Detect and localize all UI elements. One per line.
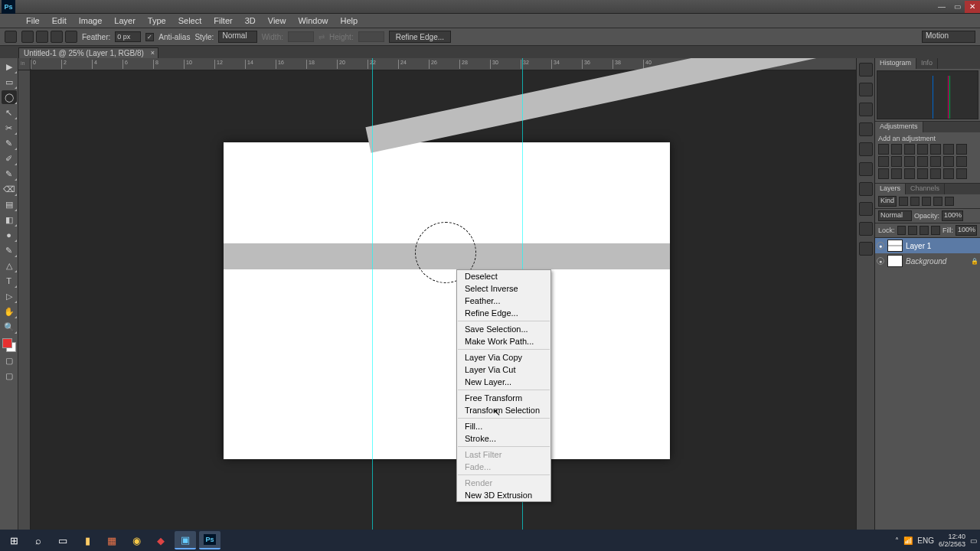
adjustment-icon[interactable] [917, 156, 928, 167]
layer-name[interactable]: Layer 1 [906, 242, 931, 250]
filter-pixel-icon[interactable] [899, 197, 908, 206]
tab-histogram[interactable]: Histogram [875, 58, 916, 69]
dock-icon[interactable] [859, 63, 873, 77]
menu-filter[interactable]: Filter [207, 15, 238, 27]
adjustment-icon[interactable] [956, 156, 967, 167]
refine-edge-button[interactable]: Refine Edge... [389, 31, 451, 43]
lock-position-icon[interactable] [920, 226, 929, 235]
tab-layers[interactable]: Layers [875, 184, 906, 194]
photoshop-taskbar-icon[interactable]: Ps [199, 531, 220, 549]
new-selection-icon[interactable] [21, 31, 34, 43]
tab-info[interactable]: Info [916, 58, 938, 69]
taskbar-app-icon[interactable]: ▦ [101, 531, 122, 549]
brush-tool[interactable]: ✎ [2, 167, 17, 181]
clock[interactable]: 12:406/2/2563 [939, 533, 965, 548]
shape-tool[interactable]: △ [2, 259, 17, 272]
ctx-save-selection[interactable]: Save Selection... [457, 323, 550, 335]
menu-window[interactable]: Window [292, 15, 334, 27]
chrome-icon[interactable]: ◉ [126, 531, 147, 549]
menu-type[interactable]: Type [142, 15, 172, 27]
quick-select-tool[interactable]: ✂ [2, 121, 17, 135]
rect-marquee-tool[interactable]: ▭ [2, 75, 17, 89]
dock-icon[interactable] [859, 162, 873, 176]
ctx-feather[interactable]: Feather... [457, 295, 550, 307]
adjustment-icon[interactable] [930, 144, 941, 155]
adjustment-icon[interactable] [904, 156, 915, 167]
lock-transparent-icon[interactable] [897, 226, 906, 235]
close-tab-icon[interactable]: × [151, 49, 155, 57]
move-tool[interactable]: ▶ [2, 60, 17, 73]
guide-vertical[interactable] [372, 58, 373, 551]
tab-channels[interactable]: Channels [906, 184, 945, 194]
type-tool[interactable]: T [2, 274, 17, 288]
quick-mask-icon[interactable]: ▢ [2, 354, 17, 367]
adjustment-icon[interactable] [891, 168, 902, 179]
filter-smart-icon[interactable] [945, 197, 954, 206]
maximize-button[interactable]: ▭ [949, 1, 965, 13]
tab-adjustments[interactable]: Adjustments [875, 122, 923, 132]
adjustment-icon[interactable] [891, 144, 902, 155]
style-select[interactable]: Normal [218, 31, 256, 43]
filter-adjust-icon[interactable] [910, 197, 920, 206]
ctx-stroke[interactable]: Stroke... [457, 432, 550, 445]
document-canvas[interactable] [224, 142, 670, 459]
taskbar-app-icon[interactable]: ▣ [175, 531, 196, 549]
layer-thumb[interactable] [887, 255, 903, 267]
menu-file[interactable]: File [20, 15, 46, 27]
dock-icon[interactable] [859, 222, 873, 236]
dock-icon[interactable] [859, 103, 873, 116]
adjustment-icon[interactable] [917, 144, 928, 155]
layer-name[interactable]: Background [906, 257, 946, 266]
filter-type-icon[interactable] [922, 197, 931, 206]
ctx-new-layer[interactable]: New Layer... [457, 376, 550, 388]
adjustment-icon[interactable] [930, 168, 941, 179]
dock-icon[interactable] [859, 202, 873, 216]
hand-tool[interactable]: ✋ [2, 305, 17, 318]
minimize-button[interactable]: — [934, 1, 949, 13]
gradient-tool[interactable]: ▤ [2, 197, 17, 211]
task-view-icon[interactable]: ▭ [52, 531, 74, 549]
menu-view[interactable]: View [262, 15, 292, 27]
menu-image[interactable]: Image [73, 15, 109, 27]
notifications-icon[interactable]: ▭ [970, 536, 977, 545]
ctx-make-work-path[interactable]: Make Work Path... [457, 335, 550, 347]
adjustment-icon[interactable] [904, 168, 915, 179]
adjustment-icon[interactable] [930, 156, 941, 167]
eyedropper-tool[interactable]: ✐ [2, 152, 17, 165]
lasso-tool[interactable]: ↖ [2, 106, 17, 119]
lock-image-icon[interactable] [908, 226, 917, 235]
filter-shape-icon[interactable] [933, 197, 942, 206]
close-button[interactable]: ✕ [965, 1, 980, 13]
ctx-transform-selection[interactable]: Transform Selection [457, 404, 550, 416]
zoom-tool[interactable]: 🔍 [2, 320, 17, 334]
subtract-selection-icon[interactable] [51, 31, 63, 43]
opacity-input[interactable]: 100% [942, 210, 963, 221]
workspace-select[interactable]: Motion [922, 31, 975, 43]
adjustment-icon[interactable] [878, 144, 889, 155]
menu-3d[interactable]: 3D [239, 15, 262, 27]
adjustment-icon[interactable] [943, 156, 954, 167]
ruler-vertical[interactable] [18, 70, 31, 539]
ctx-fill[interactable]: Fill... [457, 420, 550, 432]
canvas-area[interactable]: in 0246810121416182022242628303234363840… [18, 58, 856, 551]
feather-input[interactable] [115, 31, 141, 42]
eraser-tool[interactable]: ⌫ [2, 182, 17, 196]
adjustment-icon[interactable] [878, 168, 889, 179]
menu-edit[interactable]: Edit [46, 15, 73, 27]
menu-select[interactable]: Select [172, 15, 208, 27]
blend-mode-select[interactable]: Normal [878, 210, 912, 221]
tray-chevron-icon[interactable]: ˄ [895, 536, 899, 545]
adjustment-icon[interactable] [943, 144, 954, 155]
dock-icon[interactable] [859, 242, 873, 256]
layer-row[interactable]: ● Layer 1 [875, 238, 980, 253]
layer-kind-select[interactable]: Kind [878, 196, 897, 207]
color-swatch[interactable] [2, 338, 16, 352]
crop-tool[interactable]: ✎ [2, 136, 17, 150]
layer-thumb[interactable] [887, 240, 903, 252]
search-icon[interactable]: ⌕ [28, 531, 49, 549]
dock-icon[interactable] [859, 182, 873, 196]
visibility-icon[interactable]: ● [877, 242, 884, 249]
layer-row[interactable]: ● Background 🔒 [875, 253, 980, 269]
ctx-layer-via-copy[interactable]: Layer Via Copy [457, 351, 550, 364]
document-tab[interactable]: Untitled-1 @ 25% (Layer 1, RGB/8) × [18, 47, 158, 58]
